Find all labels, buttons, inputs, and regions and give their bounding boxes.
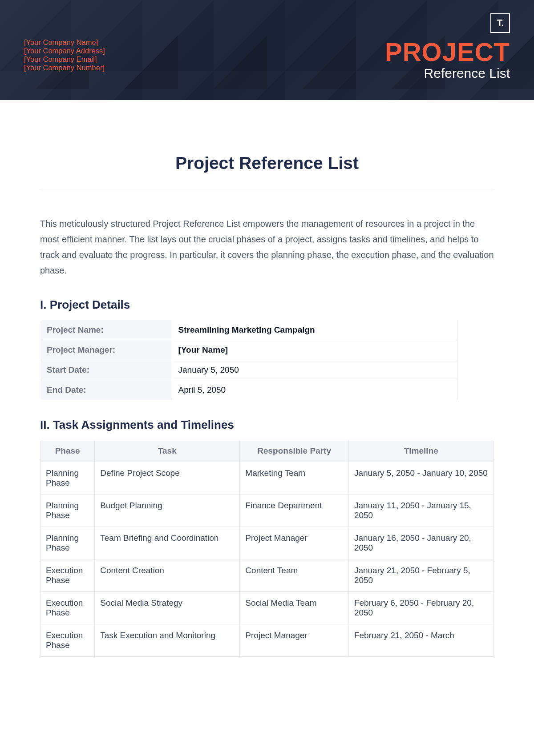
table-row: Planning PhaseBudget PlanningFinance Dep…	[40, 495, 494, 527]
column-header-timeline: Timeline	[348, 440, 494, 462]
details-value: January 5, 2050	[172, 360, 457, 380]
table-row: Project Name: Streamlining Marketing Cam…	[40, 320, 494, 340]
cell-task: Social Media Strategy	[95, 592, 240, 624]
details-value: April 5, 2050	[172, 380, 457, 400]
details-value: Streamlining Marketing Campaign	[172, 320, 457, 340]
table-row: Start Date: January 5, 2050	[40, 360, 494, 380]
cell-timeline: January 21, 2050 - February 5, 2050	[348, 559, 494, 592]
cell-party: Project Manager	[240, 624, 349, 657]
table-row: Planning PhaseTeam Briefing and Coordina…	[40, 527, 494, 559]
document-body: Project Reference List This meticulously…	[0, 100, 534, 675]
cell-task: Content Creation	[95, 559, 240, 592]
table-header-row: Phase Task Responsible Party Timeline	[40, 440, 494, 462]
cell-task: Team Briefing and Coordination	[95, 527, 240, 559]
cell-task: Budget Planning	[95, 495, 240, 527]
cell-party: Content Team	[240, 559, 349, 592]
table-row: Project Manager: [Your Name]	[40, 340, 494, 360]
cell-timeline: January 5, 2050 - January 10, 2050	[348, 462, 494, 495]
cell-timeline: January 11, 2050 - January 15, 2050	[348, 495, 494, 527]
column-header-party: Responsible Party	[240, 440, 349, 462]
cell-task: Define Project Scope	[95, 462, 240, 495]
column-header-phase: Phase	[40, 440, 95, 462]
header-title-block: PROJECT Reference List	[385, 39, 510, 81]
cell-party: Marketing Team	[240, 462, 349, 495]
logo-icon: T.	[490, 13, 510, 33]
cell-party: Finance Department	[240, 495, 349, 527]
document-header: [Your Company Name] [Your Company Addres…	[0, 0, 534, 100]
table-row: Execution PhaseTask Execution and Monito…	[40, 624, 494, 657]
cell-timeline: January 16, 2050 - January 20, 2050	[348, 527, 494, 559]
details-label: Project Manager:	[40, 340, 172, 360]
cell-party: Project Manager	[240, 527, 349, 559]
column-header-task: Task	[95, 440, 240, 462]
cell-phase: Planning Phase	[40, 495, 95, 527]
details-label: Start Date:	[40, 360, 172, 380]
intro-paragraph: This meticulously structured Project Ref…	[40, 216, 494, 278]
table-row: Execution PhaseContent CreationContent T…	[40, 559, 494, 592]
cell-task: Task Execution and Monitoring	[95, 624, 240, 657]
details-gap-cell	[457, 320, 494, 400]
section-heading-project-details: I. Project Details	[40, 298, 494, 312]
cell-phase: Execution Phase	[40, 624, 95, 657]
cell-phase: Execution Phase	[40, 592, 95, 624]
details-value: [Your Name]	[172, 340, 457, 360]
cell-timeline: February 6, 2050 - February 20, 2050	[348, 592, 494, 624]
table-row: Execution PhaseSocial Media StrategySoci…	[40, 592, 494, 624]
table-row: End Date: April 5, 2050	[40, 380, 494, 400]
cell-timeline: February 21, 2050 - March	[348, 624, 494, 657]
header-subtitle: Reference List	[385, 66, 510, 81]
details-label: Project Name:	[40, 320, 172, 340]
cell-phase: Planning Phase	[40, 527, 95, 559]
table-row: Planning PhaseDefine Project ScopeMarket…	[40, 462, 494, 495]
title-divider	[40, 191, 494, 191]
task-assignments-table: Phase Task Responsible Party Timeline Pl…	[40, 440, 494, 657]
section-heading-task-assignments: II. Task Assignments and Timelines	[40, 418, 494, 432]
header-title: PROJECT	[385, 39, 510, 65]
project-details-table: Project Name: Streamlining Marketing Cam…	[40, 320, 494, 400]
page-title: Project Reference List	[40, 153, 494, 173]
logo-text: T.	[497, 17, 504, 29]
cell-phase: Execution Phase	[40, 559, 95, 592]
details-label: End Date:	[40, 380, 172, 400]
cell-phase: Planning Phase	[40, 462, 95, 495]
cell-party: Social Media Team	[240, 592, 349, 624]
